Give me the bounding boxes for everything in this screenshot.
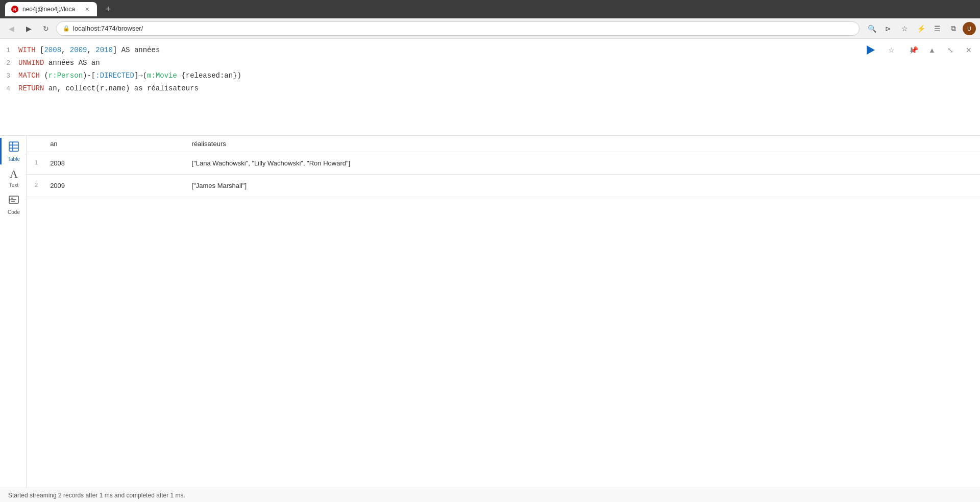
code-line-2: 2 UNWIND années AS an xyxy=(0,57,980,69)
code-line-1: 1 WITH [2008, 2009, 2010] AS années xyxy=(0,44,980,57)
run-button[interactable] xyxy=(864,43,878,57)
view-sidebar: Table A Text Code xyxy=(0,136,27,502)
column-header-realisateurs: réalisateurs xyxy=(184,136,980,152)
run-triangle-icon xyxy=(867,45,875,55)
results-table: an réalisateurs 1 2008 ["Lana Wachowski"… xyxy=(27,136,980,197)
status-text: Started streaming 2 records after 1 ms a… xyxy=(8,492,185,499)
close-query-button[interactable]: ✕ xyxy=(962,43,976,57)
extensions-button[interactable]: ⚡ xyxy=(914,21,928,36)
browser-toolbar: ◀ ▶ ↻ 🔒 localhost:7474/browser/ 🔍 ⊳ ☆ ⚡ … xyxy=(0,18,980,39)
tab-title: neo4j@neo4j;//loca xyxy=(22,6,75,13)
new-tab-button[interactable]: + xyxy=(101,2,115,16)
browser-tab[interactable]: N neo4j@neo4j;//loca ✕ xyxy=(5,2,97,16)
view-table-button[interactable]: Table xyxy=(0,138,27,164)
text-view-icon: A xyxy=(10,168,18,181)
reading-list-button[interactable]: ☰ xyxy=(930,21,944,36)
line-content-2: UNWIND années AS an xyxy=(18,57,100,69)
code-line-4: 4 RETURN an, collect(r.name) as réalisat… xyxy=(0,82,980,95)
zoom-button[interactable]: 🔍 xyxy=(865,21,879,36)
line-number-1: 1 xyxy=(0,44,18,57)
svg-marker-8 xyxy=(9,198,11,201)
line-number-4: 4 xyxy=(0,83,18,95)
tab-favicon: N xyxy=(11,6,18,13)
query-editor: 📌 ▲ ⤡ ✕ 1 WITH [2008, 2009, 2010] AS ann… xyxy=(0,39,980,136)
maximize-button[interactable]: ⤡ xyxy=(943,43,958,57)
view-code-button[interactable]: Code xyxy=(0,191,27,218)
row-num-2: 2 xyxy=(27,175,42,197)
view-table-label: Table xyxy=(8,156,20,162)
keyword-unwind: UNWIND xyxy=(18,59,44,67)
view-text-button[interactable]: A Text xyxy=(0,164,27,191)
toolbar-icons: 🔍 ⊳ ☆ ⚡ ☰ ⧉ U xyxy=(865,21,976,36)
line-content-1: WITH [2008, 2009, 2010] AS années xyxy=(18,44,160,56)
cell-realisateurs-1: ["Lana Wachowski", "Lilly Wachowski", "R… xyxy=(184,152,980,175)
reload-button[interactable]: ↻ xyxy=(39,21,53,36)
lock-icon: 🔒 xyxy=(63,25,70,32)
split-screen-button[interactable]: ⧉ xyxy=(946,21,961,36)
status-bar: Started streaming 2 records after 1 ms a… xyxy=(0,488,980,502)
cell-realisateurs-2: ["James Marshall"] xyxy=(184,175,980,197)
code-area: 1 WITH [2008, 2009, 2010] AS années 2 UN… xyxy=(0,39,980,100)
tab-close-button[interactable]: ✕ xyxy=(83,5,91,13)
download-button[interactable]: ⬇ xyxy=(904,43,919,57)
cell-an-1: 2008 xyxy=(42,152,183,175)
column-header-an: an xyxy=(42,136,183,152)
back-button[interactable]: ◀ xyxy=(4,21,18,36)
view-text-label: Text xyxy=(9,182,18,188)
browser-chrome: N neo4j@neo4j;//loca ✕ + xyxy=(0,0,980,18)
favorite-button[interactable]: ☆ xyxy=(884,43,898,57)
url-text: localhost:7474/browser/ xyxy=(73,25,143,32)
line-number-3: 3 xyxy=(0,70,18,82)
address-bar[interactable]: 🔒 localhost:7474/browser/ xyxy=(56,21,860,36)
table-result: an réalisateurs 1 2008 ["Lana Wachowski"… xyxy=(27,136,980,502)
table-header-row: an réalisateurs xyxy=(27,136,980,152)
profile-avatar[interactable]: U xyxy=(963,22,976,35)
table-row: 1 2008 ["Lana Wachowski", "Lilly Wachows… xyxy=(27,152,980,175)
line-content-3: MATCH (r:Person)-[:DIRECTED]→(m:Movie {r… xyxy=(18,69,241,82)
table-row: 2 2009 ["James Marshall"] xyxy=(27,175,980,197)
svg-rect-0 xyxy=(9,142,18,151)
cell-an-2: 2009 xyxy=(42,175,183,197)
row-num-1: 1 xyxy=(27,152,42,175)
view-code-label: Code xyxy=(8,209,20,215)
results-area: Table A Text Code xyxy=(0,136,980,502)
share-button[interactable]: ⊳ xyxy=(881,21,895,36)
row-num-header xyxy=(27,136,42,152)
bookmark-button[interactable]: ☆ xyxy=(897,21,912,36)
table-view-icon xyxy=(8,141,19,155)
code-line-3: 3 MATCH (r:Person)-[:DIRECTED]→(m:Movie … xyxy=(0,69,980,82)
forward-button[interactable]: ▶ xyxy=(21,21,36,36)
run-actions: ☆ ⬇ xyxy=(864,43,919,57)
app-container: 📌 ▲ ⤡ ✕ 1 WITH [2008, 2009, 2010] AS ann… xyxy=(0,39,980,502)
minimize-button[interactable]: ▲ xyxy=(925,43,939,57)
line-number-2: 2 xyxy=(0,57,18,69)
code-view-icon xyxy=(8,194,19,208)
line-content-4: RETURN an, collect(r.name) as réalisateu… xyxy=(18,82,199,94)
keyword-match: MATCH xyxy=(18,71,40,80)
keyword-return: RETURN xyxy=(18,84,44,92)
keyword-with: WITH xyxy=(18,46,36,54)
